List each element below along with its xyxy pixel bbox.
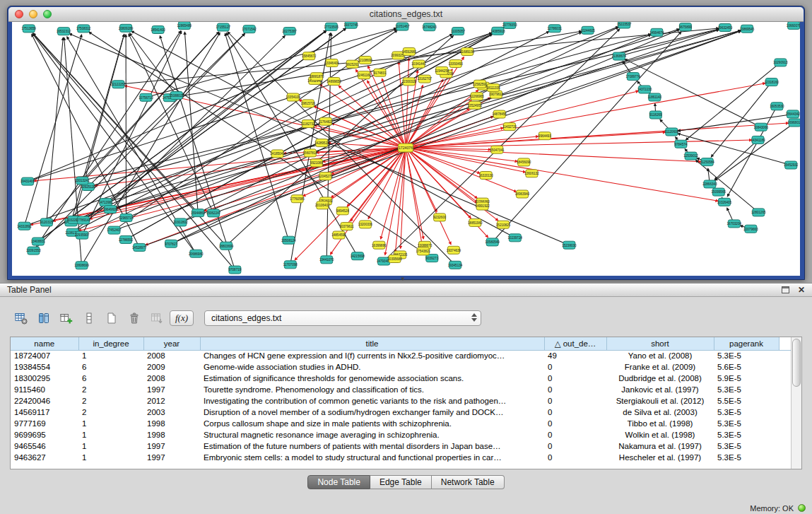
graph-node[interactable]: 15452932 [784, 161, 799, 169]
table-row[interactable]: 977716911998Corpus callosum shape and si… [11, 418, 792, 429]
tab-node-table[interactable]: Node Table [307, 475, 370, 489]
column-header-short[interactable]: short [606, 337, 714, 350]
graph-node[interactable]: 15099565 [712, 188, 726, 196]
graph-node[interactable]: 20686980 [189, 250, 204, 257]
graph-node[interactable]: 18456090 [517, 158, 531, 166]
graph-edge[interactable] [715, 123, 795, 181]
graph-node[interactable]: 13808699 [74, 262, 89, 269]
graph-node[interactable]: 14899658 [326, 78, 341, 86]
graph-edge[interactable] [24, 35, 81, 226]
table-row[interactable]: 969969511998Structural magnetic resonanc… [11, 429, 792, 440]
graph-node[interactable]: 11051467 [395, 23, 410, 30]
graph-node[interactable]: 16968014 [787, 119, 800, 127]
graph-node[interactable]: 11944254 [435, 66, 449, 74]
table-row[interactable]: 946554611997Estimation of the future num… [11, 440, 792, 452]
graph-node[interactable]: 11861143 [647, 93, 661, 101]
graph-node[interactable]: 19815726 [301, 100, 316, 107]
graph-edge[interactable] [406, 148, 477, 202]
graph-node[interactable]: 12801265 [751, 209, 766, 216]
graph-node[interactable]: 19431406 [20, 177, 35, 185]
graph-node[interactable]: 12865489 [177, 22, 192, 30]
graph-node[interactable]: 9120315 [40, 218, 53, 226]
graph-node[interactable]: 13162707 [418, 75, 433, 83]
graph-edge[interactable] [33, 33, 198, 213]
graph-node[interactable]: 14713981 [98, 199, 113, 206]
graph-node[interactable]: 13200336 [358, 221, 373, 228]
graph-node[interactable]: 18541400 [151, 26, 165, 34]
graph-node[interactable]: 14372233 [637, 86, 652, 93]
graph-node[interactable]: 21368674 [612, 52, 627, 60]
graph-node[interactable]: 15210825 [496, 221, 511, 228]
graph-node[interactable]: 14592683 [402, 48, 417, 56]
graph-node[interactable]: 12539012 [683, 152, 698, 160]
graph-node[interactable]: 21764821 [319, 117, 334, 125]
graph-node[interactable]: 9915261 [346, 60, 359, 68]
graph-node[interactable]: 12786031 [548, 25, 563, 33]
table-vertical-scrollbar[interactable] [791, 337, 801, 469]
graph-node[interactable]: 19345134 [448, 261, 463, 269]
table-row[interactable]: 1830029562008Estimation of significance … [11, 373, 792, 384]
graph-node[interactable]: 17513659 [21, 25, 36, 33]
graph-node[interactable]: 21250584 [700, 158, 714, 166]
graph-edge[interactable] [83, 32, 219, 180]
graph-node[interactable]: 12318160 [765, 78, 779, 86]
graph-node[interactable]: 9232600 [433, 214, 446, 221]
graph-node[interactable]: 11005057 [451, 28, 466, 35]
graph-node[interactable]: 11182732 [301, 120, 315, 128]
graph-edge[interactable] [678, 134, 791, 165]
graph-node[interactable]: 11689196 [460, 48, 475, 56]
graph-node[interactable]: 13524955 [468, 101, 483, 109]
graph-node[interactable]: 21120608 [664, 128, 679, 136]
graph-edge[interactable] [406, 148, 718, 201]
graph-node[interactable]: 9894528 [336, 207, 349, 215]
graph-node[interactable]: 14878456 [492, 110, 507, 118]
graph-node[interactable]: 12786592 [119, 235, 134, 243]
graph-node[interactable]: 22091553 [26, 247, 41, 255]
graph-node[interactable]: 20778353 [502, 22, 517, 28]
table-row[interactable]: 1872400712008Changes of HCN gene express… [11, 350, 792, 361]
graph-node[interactable]: 13441070 [319, 256, 334, 264]
graph-node[interactable]: 10326405 [717, 198, 732, 206]
column-header-title[interactable]: title [200, 337, 544, 350]
graph-node[interactable]: 22300329 [402, 78, 417, 86]
graph-node[interactable]: 17760585 [290, 195, 305, 203]
graph-node[interactable]: 22935907 [75, 231, 90, 239]
graph-edge[interactable] [184, 32, 198, 213]
graph-node[interactable]: 12045275 [318, 173, 333, 180]
graph-node[interactable]: 9964493 [539, 132, 551, 140]
graph-edge[interactable] [406, 148, 701, 162]
graph-edge[interactable] [619, 29, 719, 56]
graph-node[interactable]: 9784574 [674, 140, 687, 148]
graph-node[interactable]: 12108690 [358, 57, 373, 64]
graph-node[interactable]: 14215698 [351, 252, 365, 260]
graph-node[interactable]: 13354109 [286, 93, 300, 101]
graph-node[interactable]: 10341441 [411, 60, 426, 68]
tab-network-table[interactable]: Network Table [432, 475, 505, 489]
column-header-name[interactable]: name [11, 337, 78, 350]
show-columns-button[interactable] [34, 309, 53, 327]
graph-node[interactable]: 10379611 [339, 223, 354, 230]
graph-node[interactable]: 9675899 [679, 23, 692, 31]
graph-node[interactable]: 17452407 [107, 226, 122, 234]
graph-node[interactable]: 19649609 [103, 206, 118, 214]
graph-node[interactable]: 18963940 [515, 190, 530, 198]
graph-node[interactable]: 16053530 [770, 103, 784, 110]
graph-node[interactable]: 14185041 [270, 150, 285, 158]
graph-node[interactable]: 10580549 [485, 238, 500, 246]
graph-node[interactable]: 17089774 [626, 73, 641, 81]
graph-node[interactable]: 9921088 [310, 159, 323, 167]
graph-node[interactable]: 22866343 [702, 180, 717, 188]
table-row[interactable]: 1938455462009Genome-wide association stu… [11, 361, 792, 373]
graph-node[interactable]: 15607814 [303, 149, 318, 157]
close-window-button[interactable] [15, 10, 23, 18]
graph-edge[interactable] [129, 34, 213, 214]
graph-node[interactable]: 14991922 [475, 202, 490, 210]
graph-node[interactable]: 1724076 [399, 144, 413, 152]
graph-node[interactable]: 20302802 [173, 218, 188, 226]
create-column-button[interactable] [57, 309, 76, 327]
graph-edge[interactable] [171, 28, 618, 244]
row-selector-button[interactable] [79, 309, 98, 327]
column-header-pagerank[interactable]: pagerank [714, 337, 779, 350]
graph-node[interactable]: 18803699 [219, 242, 234, 250]
graph-edge[interactable] [33, 34, 245, 251]
